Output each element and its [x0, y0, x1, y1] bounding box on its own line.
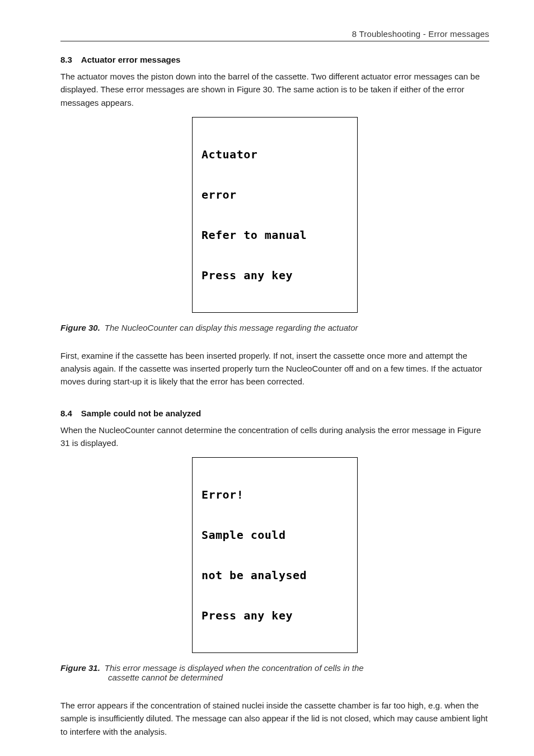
section-heading-8-4: 8.4Sample could not be analyzed	[60, 408, 489, 418]
lcd-line: Refer to manual	[202, 228, 307, 242]
figure-caption-text-line2: cassette cannot be determined	[108, 673, 489, 682]
figure-caption-text: This error message is displayed when the…	[105, 663, 364, 673]
section-number: 8.3	[60, 55, 72, 64]
lcd-line: Press any key	[202, 269, 307, 282]
figure-label: Figure 31.	[60, 663, 100, 673]
lcd-line: error	[202, 188, 307, 201]
figure-31-caption: Figure 31.This error message is displaye…	[60, 663, 489, 682]
lcd-line: not be analysed	[202, 569, 307, 582]
running-header: 8 Troubleshooting - Error messages	[60, 29, 489, 39]
paragraph: First, examine if the cassette has been …	[60, 349, 489, 388]
paragraph: The actuator moves the piston down into …	[60, 70, 489, 109]
figure-30-caption: Figure 30.The NucleoCounter can display …	[60, 323, 489, 332]
section-title: Sample could not be analyzed	[81, 408, 201, 418]
lcd-screen: Actuator error Refer to manual Press any…	[192, 117, 358, 313]
header-rule	[60, 41, 489, 41]
page-container: 8 Troubleshooting - Error messages 8.3Ac…	[0, 0, 534, 756]
figure-label: Figure 30.	[60, 323, 100, 332]
lcd-screen: Error! Sample could not be analysed Pres…	[192, 457, 358, 653]
section-number: 8.4	[60, 408, 72, 418]
figure-30-display: Actuator error Refer to manual Press any…	[60, 117, 489, 313]
figure-caption-text: The NucleoCounter can display this messa…	[105, 323, 358, 332]
section-heading-8-3: 8.3Actuator error messages	[60, 55, 489, 64]
figure-31-display: Error! Sample could not be analysed Pres…	[60, 457, 489, 653]
paragraph: When the NucleoCounter cannot determine …	[60, 424, 489, 450]
lcd-line: Press any key	[202, 609, 307, 622]
lcd-line: Error!	[202, 488, 307, 501]
lcd-line: Sample could	[202, 528, 307, 542]
paragraph: The error appears if the concentration o…	[60, 699, 489, 738]
section-title: Actuator error messages	[81, 55, 181, 64]
lcd-line: Actuator	[202, 148, 307, 161]
